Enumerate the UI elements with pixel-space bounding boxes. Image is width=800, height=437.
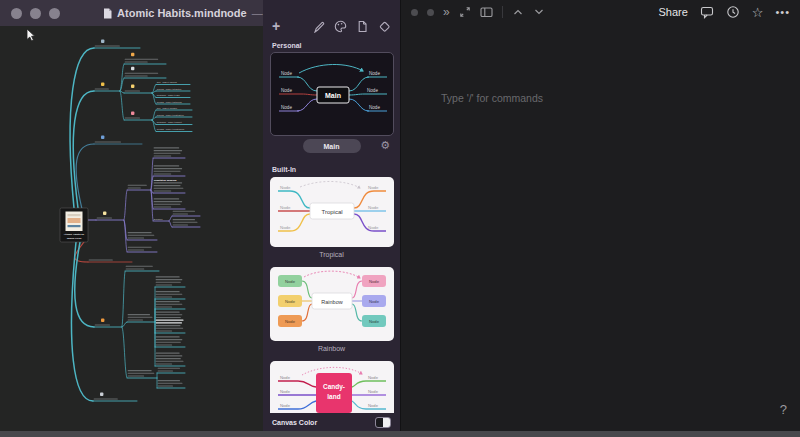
theme-card-candyland[interactable]: Node Node Node Node Node Node Candy- lan… bbox=[270, 361, 394, 413]
svg-text:Node: Node bbox=[368, 205, 379, 210]
close-window-button[interactable] bbox=[11, 8, 22, 19]
svg-text:Node: Node bbox=[368, 299, 379, 304]
chevron-up-icon[interactable] bbox=[512, 7, 524, 17]
svg-text:Node: Node bbox=[368, 279, 379, 284]
mouse-cursor bbox=[26, 28, 37, 43]
svg-text:Node: Node bbox=[367, 88, 378, 93]
minimize-window-button[interactable] bbox=[30, 8, 41, 19]
comments-icon[interactable] bbox=[700, 6, 714, 19]
theme-main-pill[interactable]: Main bbox=[303, 139, 361, 153]
notes-app-toolbar: » Share ☆ ••• bbox=[401, 0, 800, 24]
theme-name-tropical: Tropical bbox=[263, 251, 400, 258]
sidebar-toggle-icon[interactable] bbox=[480, 6, 493, 18]
svg-text:Node: Node bbox=[284, 299, 295, 304]
window-dot-icon bbox=[411, 9, 418, 16]
svg-text:Craving · Make it attractive: Craving · Make it attractive bbox=[157, 88, 183, 90]
section-built-in: Built-In bbox=[263, 166, 400, 173]
svg-text:Node: Node bbox=[280, 205, 291, 210]
star-icon[interactable]: ☆ bbox=[752, 6, 764, 19]
svg-text:Reward · Make it satisfying: Reward · Make it satisfying bbox=[157, 101, 183, 103]
mindmap-document-canvas[interactable]: Cue · Make it obviousCraving · Make it a… bbox=[0, 26, 263, 431]
panel-toolbar: + bbox=[263, 0, 400, 40]
theme-card-main[interactable]: Node Node Node Node Node Node Main bbox=[270, 52, 394, 136]
preview-center-rainbow: Rainbow bbox=[321, 299, 342, 305]
document-settings-icon[interactable] bbox=[356, 20, 369, 33]
svg-text:Node: Node bbox=[284, 279, 295, 284]
tag-icon[interactable] bbox=[378, 20, 391, 33]
format-pen-icon[interactable] bbox=[312, 20, 325, 33]
zoom-window-button[interactable] bbox=[49, 8, 60, 19]
add-node-button[interactable]: + bbox=[272, 19, 280, 33]
double-chevron-icon[interactable]: » bbox=[443, 6, 450, 18]
window-dot-icon bbox=[427, 9, 434, 16]
svg-text:Node: Node bbox=[368, 225, 379, 230]
document-proxy-icon bbox=[103, 8, 112, 19]
svg-text:Node: Node bbox=[368, 319, 379, 324]
svg-text:Cue · Make it obvious: Cue · Make it obvious bbox=[157, 81, 177, 83]
themes-palette-icon[interactable] bbox=[334, 20, 347, 33]
mindmap-canvas[interactable]: Cue · Make it obviousCraving · Make it a… bbox=[0, 26, 263, 431]
canvas-color-swatch[interactable] bbox=[375, 417, 391, 428]
more-options-icon[interactable]: ••• bbox=[775, 6, 790, 18]
theme-name-rainbow: Rainbow bbox=[263, 345, 400, 352]
help-button[interactable]: ? bbox=[780, 402, 787, 417]
svg-text:Response · Make it easy: Response · Make it easy bbox=[157, 94, 181, 96]
history-clock-icon[interactable] bbox=[726, 5, 740, 19]
svg-text:Exposure: Exposure bbox=[154, 218, 164, 220]
expand-diagonal-icon[interactable] bbox=[459, 6, 471, 18]
section-personal: Personal bbox=[263, 42, 400, 49]
window-bottom-edge bbox=[0, 431, 800, 437]
svg-text:Node: Node bbox=[369, 71, 380, 76]
canvas-color-label: Canvas Color bbox=[272, 419, 317, 426]
share-button[interactable]: Share bbox=[658, 6, 687, 18]
svg-text:Node: Node bbox=[369, 105, 380, 110]
preview-center-candy-line1: Candy- bbox=[322, 383, 344, 391]
notes-app-window: » Share ☆ ••• Type '/' bbox=[400, 0, 800, 431]
svg-text:Temptation bundling: Temptation bundling bbox=[154, 179, 177, 181]
svg-text:Node: Node bbox=[281, 105, 292, 110]
theme-card-rainbow[interactable]: Node Node Node Node Node Node Rainbow bbox=[270, 267, 394, 341]
svg-text:Response · Make it difficult: Response · Make it difficult bbox=[157, 121, 182, 123]
theme-card-tropical[interactable]: Node Node Node Node Node Node Tropical bbox=[270, 177, 394, 247]
svg-text:Atomic Habits by: Atomic Habits by bbox=[64, 233, 85, 236]
svg-text:Node: Node bbox=[280, 225, 291, 230]
preview-center-main: Main bbox=[325, 92, 341, 99]
svg-text:Reward · Make it unsatisfying: Reward · Make it unsatisfying bbox=[157, 128, 185, 130]
svg-text:Node: Node bbox=[368, 185, 379, 190]
svg-text:James Clear: James Clear bbox=[67, 237, 82, 240]
theme-gear-icon[interactable]: ⚙ bbox=[380, 140, 390, 151]
svg-text:Cue · Make it invisible: Cue · Make it invisible bbox=[157, 107, 178, 109]
preview-center-candy-line2: land bbox=[327, 393, 340, 400]
preview-center-tropical: Tropical bbox=[321, 209, 342, 215]
svg-text:Node: Node bbox=[281, 88, 292, 93]
canvas-color-row: Canvas Color bbox=[263, 414, 400, 431]
toolbar-divider bbox=[502, 6, 503, 18]
svg-text:Node: Node bbox=[280, 403, 291, 408]
svg-text:Craving · Make it unattractive: Craving · Make it unattractive bbox=[157, 114, 185, 116]
svg-text:Node: Node bbox=[280, 185, 291, 190]
svg-text:Node: Node bbox=[368, 403, 379, 408]
svg-text:Node: Node bbox=[368, 389, 379, 394]
svg-text:Node: Node bbox=[368, 375, 379, 380]
svg-text:Node: Node bbox=[284, 319, 295, 324]
preview-node-label: Node bbox=[281, 71, 292, 76]
document-title: Atomic Habits.mindnode bbox=[117, 7, 247, 19]
chevron-down-icon[interactable] bbox=[533, 7, 545, 17]
svg-text:Node: Node bbox=[280, 375, 291, 380]
themes-panel: + Personal bbox=[263, 0, 400, 431]
editor-placeholder[interactable]: Type '/' for commands bbox=[441, 92, 543, 104]
svg-text:Node: Node bbox=[280, 389, 291, 394]
